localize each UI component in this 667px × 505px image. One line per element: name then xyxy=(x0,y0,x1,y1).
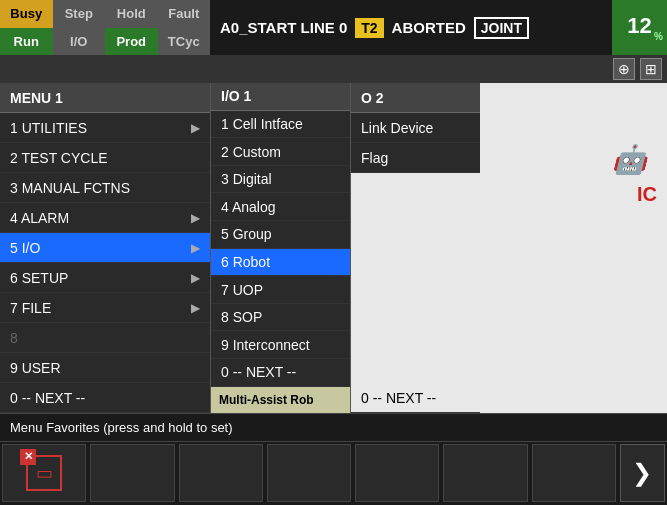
status-buttons: Busy Step Hold Fault Run I/O Prod TCyc xyxy=(0,0,210,55)
io1-item-sop-label: 8 SOP xyxy=(221,309,262,325)
hold-button[interactable]: Hold xyxy=(105,0,158,28)
status-info: A0_START LINE 0 T2 ABORTED JOINT xyxy=(210,0,612,55)
percent-sign: % xyxy=(654,31,667,42)
next-icon: ❯ xyxy=(632,459,652,487)
io1-item-uop[interactable]: 7 UOP xyxy=(211,276,350,304)
main-content: MENU 1 1 UTILITIES ▶ 2 TEST CYCLE 3 MANU… xyxy=(0,83,667,413)
menu1-item-utilities-label: 1 UTILITIES xyxy=(10,120,87,136)
menu1-item-utilities[interactable]: 1 UTILITIES ▶ xyxy=(0,113,210,143)
menu1-item-setup-label: 6 SETUP xyxy=(10,270,68,286)
next-button[interactable]: ❯ xyxy=(620,444,665,502)
io1-column: I/O 1 1 Cell Intface 2 Custom 3 Digital … xyxy=(210,83,350,413)
io1-item-digital[interactable]: 3 Digital xyxy=(211,166,350,194)
t2-tag: T2 xyxy=(355,18,383,38)
io1-item-cellintface[interactable]: 1 Cell Intface xyxy=(211,111,350,139)
io2-item-flag[interactable]: Flag xyxy=(351,143,480,173)
io1-item-robot[interactable]: 6 Robot xyxy=(211,249,350,277)
bottom-btn-6[interactable] xyxy=(443,444,527,502)
arrow-right-icon-io: ▶ xyxy=(191,241,200,255)
bottom-status-text: Menu Favorites (press and hold to set) xyxy=(10,420,233,435)
prod-button[interactable]: Prod xyxy=(105,28,158,56)
menu1-column: MENU 1 1 UTILITIES ▶ 2 TEST CYCLE 3 MANU… xyxy=(0,83,210,413)
io2-column: O 2 Link Device Flag 0 -- NEXT -- xyxy=(350,83,480,413)
io1-item-interconnect[interactable]: 9 Interconnect xyxy=(211,331,350,359)
io1-item-group-label: 5 Group xyxy=(221,226,272,242)
status-row-top: Busy Step Hold Fault xyxy=(0,0,210,28)
menu1-item-8-label: 8 xyxy=(10,330,18,346)
percent-value: 12 xyxy=(627,13,651,39)
arrow-right-icon: ▶ xyxy=(191,121,200,135)
busy-button[interactable]: Busy xyxy=(0,0,53,28)
bottom-toolbar: ✕ ▭ ❯ xyxy=(0,441,667,503)
joint-tag: JOINT xyxy=(474,17,529,39)
io1-item-custom[interactable]: 2 Custom xyxy=(211,138,350,166)
menu1-item-manualfctns-label: 3 MANUAL FCTNS xyxy=(10,180,130,196)
io2-header: O 2 xyxy=(351,83,480,113)
screen-icon: ✕ ▭ xyxy=(26,455,62,491)
io1-item-robot-label: 6 Robot xyxy=(221,254,270,270)
menu1-item-8: 8 xyxy=(0,323,210,353)
bottom-btn-3[interactable] xyxy=(179,444,263,502)
top-bar: Busy Step Hold Fault Run I/O Prod TCyc A… xyxy=(0,0,667,55)
io1-item-analog[interactable]: 4 Analog xyxy=(211,193,350,221)
io2-item-linkdevice[interactable]: Link Device xyxy=(351,113,480,143)
toolbar: ⊕ ⊞ xyxy=(0,55,667,83)
io1-item-interconnect-label: 9 Interconnect xyxy=(221,337,310,353)
arrow-right-icon-alarm: ▶ xyxy=(191,211,200,225)
zoom-in-icon[interactable]: ⊕ xyxy=(613,58,635,80)
menu1-item-setup[interactable]: 6 SETUP ▶ xyxy=(0,263,210,293)
bottom-btn-1[interactable]: ✕ ▭ xyxy=(2,444,86,502)
io1-item-digital-label: 3 Digital xyxy=(221,171,272,187)
menu1-item-next[interactable]: 0 -- NEXT -- xyxy=(0,383,210,413)
io1-item-cellintface-label: 1 Cell Intface xyxy=(221,116,303,132)
io1-item-analog-label: 4 Analog xyxy=(221,199,276,215)
menu1-item-file-label: 7 FILE xyxy=(10,300,51,316)
step-button[interactable]: Step xyxy=(53,0,106,28)
grid-icon[interactable]: ⊞ xyxy=(640,58,662,80)
io1-item-group[interactable]: 5 Group xyxy=(211,221,350,249)
bottom-btn-5[interactable] xyxy=(355,444,439,502)
menu1-item-testcycle-label: 2 TEST CYCLE xyxy=(10,150,108,166)
menu1-item-alarm-label: 4 ALARM xyxy=(10,210,69,226)
menu1-item-user-label: 9 USER xyxy=(10,360,61,376)
run-button[interactable]: Run xyxy=(0,28,53,56)
brand-text: IC xyxy=(637,183,657,206)
status-row-bottom: Run I/O Prod TCyc xyxy=(0,28,210,56)
fault-button[interactable]: Fault xyxy=(158,0,211,28)
io1-item-uop-label: 7 UOP xyxy=(221,282,263,298)
menu1-item-io-label: 5 I/O xyxy=(10,240,40,256)
arrow-right-icon-file: ▶ xyxy=(191,301,200,315)
menu1-header: MENU 1 xyxy=(0,83,210,113)
io-button[interactable]: I/O xyxy=(53,28,106,56)
menu1-item-manualfctns[interactable]: 3 MANUAL FCTNS xyxy=(0,173,210,203)
monitor-icon: ▭ xyxy=(36,462,53,484)
io1-header: I/O 1 xyxy=(211,83,350,111)
close-icon: ✕ xyxy=(20,449,36,465)
bottom-status: Menu Favorites (press and hold to set) xyxy=(0,413,667,441)
aborted-text: ABORTED xyxy=(392,19,466,36)
tcyc-button[interactable]: TCyc xyxy=(158,28,211,56)
menu1-item-user[interactable]: 9 USER xyxy=(0,353,210,383)
menu1-item-next-label: 0 -- NEXT -- xyxy=(10,390,85,406)
percent-box: 12 % xyxy=(612,0,667,55)
io2-item-linkdevice-label: Link Device xyxy=(361,120,433,136)
bottom-btn-2[interactable] xyxy=(90,444,174,502)
menu1-item-testcycle[interactable]: 2 TEST CYCLE xyxy=(0,143,210,173)
io1-item-sop[interactable]: 8 SOP xyxy=(211,304,350,332)
status-text: A0_START LINE 0 xyxy=(220,19,347,36)
bottom-btn-4[interactable] xyxy=(267,444,351,502)
menu1-item-alarm[interactable]: 4 ALARM ▶ xyxy=(0,203,210,233)
io1-item-next-label: 0 -- NEXT -- xyxy=(221,364,296,380)
io2-item-flag-label: Flag xyxy=(361,150,388,166)
io1-item-next[interactable]: 0 -- NEXT -- xyxy=(211,359,350,387)
menu1-item-file[interactable]: 7 FILE ▶ xyxy=(0,293,210,323)
io2-empty-space xyxy=(351,173,480,383)
io1-multi-assist: Multi-Assist Rob xyxy=(211,387,350,413)
background-panel: 🤖 IC xyxy=(480,83,667,413)
arrow-right-icon-setup: ▶ xyxy=(191,271,200,285)
bottom-btn-7[interactable] xyxy=(532,444,616,502)
io1-item-custom-label: 2 Custom xyxy=(221,144,281,160)
menu1-item-io[interactable]: 5 I/O ▶ xyxy=(0,233,210,263)
io2-item-next[interactable]: 0 -- NEXT -- xyxy=(351,383,480,413)
brand-logo: 🤖 xyxy=(612,143,647,176)
